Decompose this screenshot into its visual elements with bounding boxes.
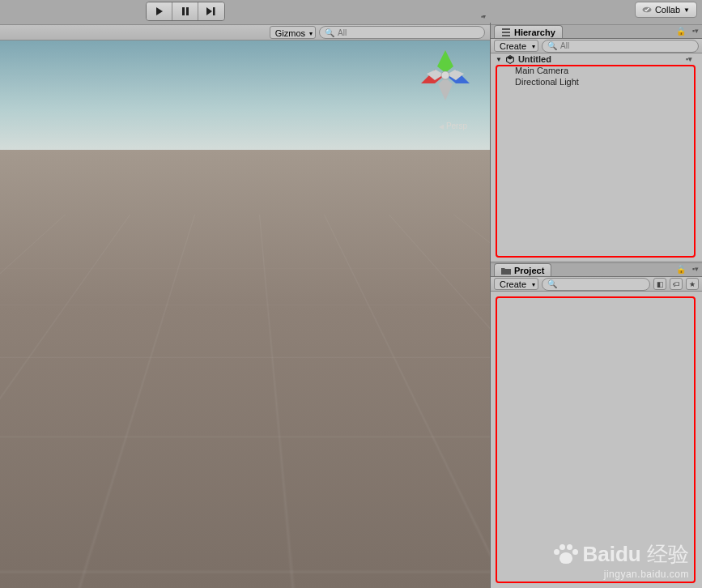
hierarchy-create-dropdown[interactable]: Create	[494, 40, 538, 52]
filter-by-type-button[interactable]: ◧	[653, 278, 666, 290]
scene-name: Untitled	[518, 54, 551, 64]
svg-rect-2	[186, 7, 189, 15]
scene-toolbar: ▪▾ Gizmos 🔍	[0, 24, 490, 40]
hierarchy-toolbar: Create 🔍	[491, 39, 702, 53]
svg-marker-9	[438, 78, 453, 100]
svg-rect-14	[502, 32, 510, 33]
annotation-highlight	[496, 296, 696, 583]
lock-icon[interactable]: 🔒	[676, 27, 686, 36]
projection-label: ◀ Persp	[439, 121, 467, 130]
right-column: Hierarchy 🔒 ▪▾ Create 🔍 ▼	[490, 23, 702, 588]
scene-ground	[0, 150, 490, 588]
project-panel: Project 🔒 ▪▾ Create 🔍 ◧ 🏷 ★	[491, 261, 702, 588]
create-label: Create	[500, 279, 526, 289]
hierarchy-body[interactable]: ▼ Untitled ▪▾ Main Camera Directional Li…	[491, 53, 702, 261]
search-icon: 🔍	[547, 41, 557, 50]
gizmos-label: Gizmos	[275, 28, 305, 38]
svg-rect-1	[182, 7, 185, 15]
project-toolbar: Create 🔍 ◧ 🏷 ★	[491, 277, 702, 292]
hierarchy-icon	[501, 28, 511, 37]
project-create-dropdown[interactable]: Create	[494, 278, 538, 290]
project-tab-label: Project	[514, 266, 544, 275]
cloud-check-icon	[642, 5, 652, 15]
project-search-input[interactable]	[560, 279, 645, 288]
annotation-highlight	[496, 65, 696, 258]
scene-context-menu-icon[interactable]: ▪▾	[686, 55, 697, 63]
svg-point-12	[441, 71, 449, 79]
expand-toggle-icon[interactable]: ▼	[496, 56, 502, 63]
svg-rect-13	[502, 28, 510, 30]
gizmos-dropdown[interactable]: Gizmos	[270, 26, 316, 39]
collab-dropdown[interactable]: Collab ▼	[635, 2, 697, 18]
step-button[interactable]	[198, 2, 224, 20]
svg-marker-6	[437, 50, 453, 73]
svg-rect-15	[502, 35, 510, 36]
unity-logo-icon	[505, 54, 515, 64]
panel-menu-icon[interactable]: ▪▾	[692, 27, 699, 35]
hierarchy-tabbar: Hierarchy 🔒 ▪▾	[491, 24, 702, 39]
project-search[interactable]: 🔍	[542, 278, 650, 291]
create-label: Create	[500, 41, 526, 51]
scene-grid	[0, 215, 490, 588]
search-icon: 🔍	[547, 279, 557, 288]
hierarchy-tab[interactable]: Hierarchy	[494, 25, 563, 38]
collab-label: Collab	[655, 5, 680, 15]
project-tabbar: Project 🔒 ▪▾	[491, 262, 702, 277]
project-tab[interactable]: Project	[494, 263, 551, 276]
svg-marker-3	[206, 7, 212, 15]
filter-by-label-button[interactable]: 🏷	[670, 278, 683, 290]
project-body[interactable]	[491, 292, 702, 588]
svg-rect-4	[213, 7, 215, 15]
scene-search-input[interactable]	[338, 28, 479, 37]
top-toolbar: Collab ▼	[0, 0, 702, 23]
scene-viewport[interactable]: ◀ Persp	[0, 40, 490, 588]
pane-menu-icon[interactable]: ▪▾	[474, 13, 485, 21]
scene-search[interactable]: 🔍	[319, 26, 485, 39]
scene-pane: ▪▾ Gizmos 🔍	[0, 23, 490, 588]
hierarchy-search-input[interactable]	[560, 41, 693, 50]
folder-icon	[501, 266, 511, 275]
lock-icon[interactable]: 🔒	[676, 265, 686, 274]
orientation-gizmo[interactable]	[417, 47, 474, 104]
hierarchy-tab-label: Hierarchy	[514, 28, 555, 37]
chevron-down-icon: ▼	[683, 6, 690, 14]
search-icon: 🔍	[325, 28, 334, 37]
save-search-button[interactable]: ★	[686, 278, 699, 290]
hierarchy-search[interactable]: 🔍	[542, 40, 699, 53]
pause-button[interactable]	[172, 2, 198, 20]
panel-menu-icon[interactable]: ▪▾	[692, 265, 699, 273]
scene-row[interactable]: ▼ Untitled ▪▾	[491, 53, 702, 65]
hierarchy-panel: Hierarchy 🔒 ▪▾ Create 🔍 ▼	[491, 23, 702, 261]
play-button[interactable]	[147, 2, 172, 20]
transport-controls	[146, 2, 225, 21]
svg-marker-0	[156, 7, 163, 15]
main-split: ▪▾ Gizmos 🔍	[0, 23, 702, 588]
